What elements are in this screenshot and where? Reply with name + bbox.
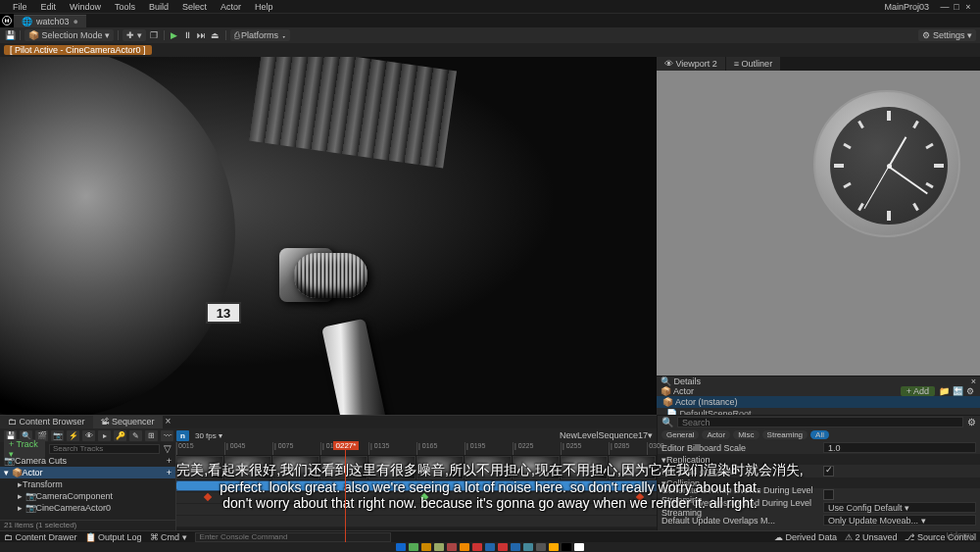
pause-icon[interactable]: ⏸ — [182, 29, 194, 41]
billboard-scale-input[interactable]: 1.0 — [823, 442, 976, 453]
center-dot — [887, 164, 892, 169]
seq-key-icon[interactable]: 🔑 — [114, 430, 126, 441]
content-drawer-button[interactable]: 🗀 Content Drawer — [4, 532, 77, 542]
seq-camera-icon[interactable]: 📷 — [51, 430, 64, 441]
details-close-icon[interactable]: × — [971, 376, 976, 386]
camera-component-track[interactable]: ▸ 📷CameraComponent — [0, 490, 175, 502]
taskbar-app-icon[interactable] — [574, 543, 584, 551]
step-icon[interactable]: ⏭ — [196, 29, 208, 41]
details-search-input[interactable] — [677, 417, 963, 427]
add-content-button[interactable]: ✚ ▾ — [122, 29, 146, 41]
reset-icon[interactable]: 🔙 — [953, 386, 962, 396]
taskbar-app-icon[interactable] — [562, 543, 571, 551]
menu-file[interactable]: File — [6, 2, 34, 12]
filter-all[interactable]: All — [810, 430, 829, 439]
taskbar-app-icon[interactable] — [536, 543, 546, 551]
content-browser-tab[interactable]: 🗀 Content Browser — [0, 416, 93, 428]
taskbar-app-icon[interactable] — [421, 543, 431, 551]
menu-help[interactable]: Help — [248, 2, 280, 12]
taskbar-app-icon[interactable] — [472, 543, 482, 551]
seq-curve-icon[interactable]: 〰 — [161, 430, 173, 441]
filter-streaming[interactable]: Streaming — [762, 430, 808, 439]
taskbar-app-icon[interactable] — [511, 543, 520, 551]
viewport2-tab[interactable]: 👁 Viewport 2 — [657, 57, 726, 71]
filter-icon[interactable]: ▽ — [164, 443, 172, 454]
filter-general[interactable]: General — [662, 430, 699, 439]
window-close[interactable]: × — [962, 2, 974, 12]
window-minimize[interactable]: — — [939, 2, 951, 12]
sequence-name[interactable]: NewLevelSequence17▾ — [560, 430, 653, 440]
seq-actions-icon[interactable]: ⚡ — [67, 430, 79, 441]
tab-close-icon[interactable]: × — [166, 416, 172, 428]
actor-track[interactable]: ▾ 📦Actor+ — [0, 467, 175, 478]
netload-checkbox[interactable] — [823, 466, 834, 477]
console-input[interactable] — [195, 532, 391, 542]
actor-instance-row[interactable]: 📦 Actor (Instance) — [657, 396, 980, 408]
cmd-dropdown[interactable]: ⌘ Cmd ▾ — [150, 532, 187, 542]
seq-view-icon[interactable]: 👁 — [82, 430, 95, 441]
add-component-button[interactable]: + Add — [901, 386, 935, 396]
platforms-button[interactable]: ⎙ Platforms ▾ — [230, 29, 290, 41]
search-tracks-input[interactable] — [49, 444, 160, 454]
menu-tools[interactable]: Tools — [108, 2, 142, 12]
marketplace-icon[interactable]: ❐ — [148, 29, 160, 41]
selection-mode-button[interactable]: 📦 Selection Mode ▾ — [24, 29, 114, 41]
taskbar-app-icon[interactable] — [460, 543, 469, 551]
taskbar-app-icon[interactable] — [523, 543, 533, 551]
seq-autokey-icon[interactable]: ✎ — [129, 430, 142, 441]
details-tab[interactable]: 🔍 Details — [661, 376, 701, 386]
unreal-logo-icon[interactable] — [0, 14, 14, 27]
derived-data-button[interactable]: ☁ Derived Data — [774, 532, 837, 542]
playhead[interactable]: 0227* — [345, 442, 346, 542]
taskbar-app-icon[interactable] — [549, 543, 559, 551]
play-icon[interactable]: ▶ — [169, 29, 180, 41]
menu-window[interactable]: Window — [63, 2, 108, 12]
seq-n-icon[interactable]: n — [176, 430, 189, 441]
menu-select[interactable]: Select — [175, 2, 214, 12]
filter-actor[interactable]: Actor — [702, 430, 730, 439]
save-icon[interactable]: 💾 — [4, 29, 16, 41]
menu-edit[interactable]: Edit — [34, 2, 64, 12]
time-ruler[interactable]: 0015 | 0045 | 0075 | 0105 | 0135 | 0165 … — [176, 442, 657, 455]
pilot-active-label[interactable]: [ Pilot Active - CineCameraActor0 ] — [4, 45, 152, 55]
browse-icon[interactable]: 📁 — [939, 386, 949, 396]
filter-misc[interactable]: Misc — [733, 430, 759, 439]
camera-track-row[interactable] — [176, 516, 657, 527]
transform-track[interactable]: ▸Transform — [0, 478, 175, 490]
keyframe[interactable] — [204, 493, 212, 501]
gear-icon[interactable]: ⚙ — [966, 386, 976, 396]
menu-actor[interactable]: Actor — [214, 2, 248, 12]
seq-playback-icon[interactable]: ▸ — [98, 430, 111, 441]
camera-cuts-track[interactable]: 📷Camera Cuts+ — [0, 455, 175, 467]
level-tab[interactable]: 🌐watch03● — [14, 15, 86, 27]
unsaved-button[interactable]: ⚠ 2 Unsaved — [845, 532, 898, 542]
separator — [118, 30, 119, 40]
fps-dropdown[interactable]: 30 fps ▾ — [195, 431, 222, 440]
output-log-button[interactable]: 📋 Output Log — [85, 532, 142, 542]
update-overlap-dropdown[interactable]: Use Config Default ▾ — [823, 502, 976, 513]
os-taskbar[interactable] — [0, 542, 980, 552]
seq-snap-icon[interactable]: ⊞ — [145, 430, 158, 441]
window-maximize[interactable]: □ — [951, 2, 962, 12]
default-update-dropdown[interactable]: Only Update Moveab... ▾ — [823, 515, 976, 526]
outliner-tab[interactable]: ≡ Outliner — [726, 57, 781, 71]
level-tab-label: watch03 — [36, 17, 70, 26]
overlap-checkbox[interactable] — [823, 489, 834, 500]
menu-build[interactable]: Build — [142, 2, 175, 12]
taskbar-app-icon[interactable] — [485, 543, 495, 551]
cine-camera-track[interactable]: ▸ 📷CineCameraActor0 — [0, 502, 175, 514]
viewport-2[interactable] — [657, 71, 980, 376]
taskbar-app-icon[interactable] — [498, 543, 508, 551]
eject-icon[interactable]: ⏏ — [210, 29, 221, 41]
taskbar-app-icon[interactable] — [447, 543, 457, 551]
taskbar-app-icon[interactable] — [434, 543, 444, 551]
ruler-tick: 0015 — [176, 442, 194, 455]
settings-button[interactable]: ⚙ Settings ▾ — [918, 29, 976, 41]
taskbar-app-icon[interactable] — [396, 543, 406, 551]
main-viewport[interactable]: 13 — [0, 57, 657, 415]
taskbar-app-icon[interactable] — [409, 543, 418, 551]
add-cut-icon[interactable]: + — [167, 456, 172, 466]
add-actor-section-icon[interactable]: + — [167, 468, 172, 477]
details-gear-icon[interactable]: ⚙ — [967, 417, 976, 427]
sequencer-tab[interactable]: 📽 Sequencer — [93, 416, 163, 428]
